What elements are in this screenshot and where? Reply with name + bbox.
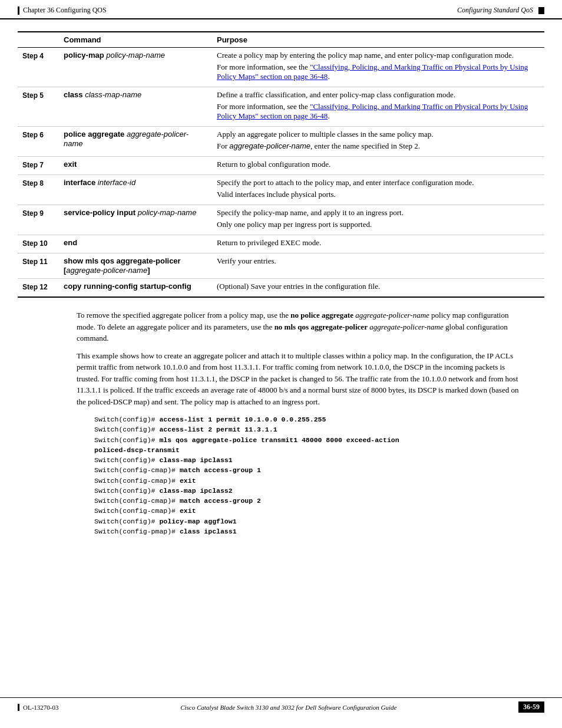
- code-block: Switch(config)# access-list 1 permit 10.…: [94, 414, 527, 536]
- code-line: Switch(config)# access-list 2 permit 11.…: [94, 426, 277, 433]
- purpose-cell: Define a traffic classification, and ent…: [212, 87, 544, 127]
- link[interactable]: "Classifying, Policing, and Marking Traf…: [217, 62, 528, 81]
- purpose-cell: Specify the policy-map name, and apply i…: [212, 205, 544, 235]
- purpose-line: Define a traffic classification, and ent…: [217, 90, 540, 100]
- footer-bar: [18, 704, 19, 711]
- purpose-line: Apply an aggregate policer to multiple c…: [217, 130, 540, 139]
- table-row: Step 11 show mls qos aggregate-policer[a…: [18, 253, 544, 279]
- table-row: Step 5 class class-map-name Define a tra…: [18, 87, 544, 127]
- purpose-line: For aggregate-policer-name, enter the na…: [217, 141, 540, 151]
- code-line: Switch(config-cmap)# match access-group …: [94, 497, 261, 505]
- purpose-line-link: For more information, see the "Classifyi…: [217, 102, 540, 121]
- step-label: Step 7: [18, 157, 59, 175]
- cmd-keyword: police aggregate: [64, 130, 127, 139]
- footer-title: Cisco Catalyst Blade Switch 3130 and 303…: [180, 704, 396, 711]
- cmd-keyword: exit: [64, 160, 77, 169]
- cmd-keyword: policy-map: [64, 51, 106, 60]
- purpose-line: Return to global configuration mode.: [217, 160, 540, 169]
- code-line: Switch(config-cmap)# exit: [94, 477, 196, 485]
- cmd-param: interface-id: [98, 178, 135, 187]
- purpose-line: Valid interfaces include physical ports.: [217, 190, 540, 199]
- cmd-keyword: copy running-config startup-config: [64, 282, 191, 291]
- cmd-keyword: end: [64, 238, 77, 247]
- table-row: Step 4 policy-map policy-map-name Create…: [18, 48, 544, 87]
- code-line: Switch(config)# access-list 1 permit 10.…: [94, 416, 326, 423]
- step-label: Step 5: [18, 87, 59, 127]
- step-label: Step 10: [18, 235, 59, 253]
- link[interactable]: "Classifying, Policing, and Marking Traf…: [217, 102, 528, 120]
- purpose-line: Verify your entries.: [217, 256, 540, 266]
- step-label: Step 8: [18, 175, 59, 205]
- purpose-line: (Optional) Save your entries in the conf…: [217, 282, 540, 291]
- table-row: Step 8 interface interface-id Specify th…: [18, 175, 544, 205]
- command-cell: interface interface-id: [59, 175, 212, 205]
- command-table: Command Purpose Step 4 policy-map policy…: [18, 31, 544, 298]
- footer-doc-number: OL-13270-03: [23, 704, 59, 711]
- cmd-param: policy-map-name: [106, 51, 165, 60]
- command-cell: end: [59, 235, 212, 253]
- page-header: Chapter 36 Configuring QOS Configuring S…: [0, 0, 562, 19]
- command-cell: exit: [59, 157, 212, 175]
- table-row: Step 10 end Return to privileged EXEC mo…: [18, 235, 544, 253]
- code-line: Switch(config-pmap)# class ipclass1: [94, 528, 237, 535]
- purpose-line: Only one policy map per ingress port is …: [217, 220, 540, 229]
- table-header-row: Command Purpose: [18, 32, 544, 48]
- purpose-cell: Apply an aggregate policer to multiple c…: [212, 127, 544, 157]
- code-line: Switch(config-cmap)# exit: [94, 507, 196, 515]
- step-label: Step 9: [18, 205, 59, 235]
- footer-center: Cisco Catalyst Blade Switch 3130 and 303…: [180, 704, 396, 711]
- footer-page-number: 36-59: [518, 701, 544, 713]
- command-cell: copy running-config startup-config: [59, 279, 212, 298]
- table-row-last: Step 12 copy running-config startup-conf…: [18, 279, 544, 298]
- col-command: Command: [59, 32, 212, 48]
- command-cell: class class-map-name: [59, 87, 212, 127]
- purpose-line-link: For more information, see the "Classifyi…: [217, 62, 540, 81]
- col-purpose: Purpose: [212, 32, 544, 48]
- cmd-keyword: class: [64, 90, 85, 99]
- code-line: Switch(config)# policy-map aggflow1: [94, 518, 237, 525]
- purpose-line: Specify the policy-map name, and apply i…: [217, 208, 540, 218]
- purpose-line: Create a policy map by entering the poli…: [217, 51, 540, 60]
- purpose-cell: (Optional) Save your entries in the conf…: [212, 279, 544, 298]
- table-row: Step 6 police aggregate aggregate-police…: [18, 127, 544, 157]
- command-cell: show mls qos aggregate-policer[aggregate…: [59, 253, 212, 279]
- header-right: Configuring Standard QoS: [457, 6, 544, 15]
- header-section: Configuring Standard QoS: [457, 6, 533, 14]
- command-cell: policy-map policy-map-name: [59, 48, 212, 87]
- code-line: Switch(config)# class-map ipclass2: [94, 487, 233, 495]
- purpose-line: Return to privileged EXEC mode.: [217, 238, 540, 248]
- purpose-cell: Verify your entries.: [212, 253, 544, 279]
- code-line: Switch(config)# class-map ipclass1: [94, 456, 233, 464]
- header-left: Chapter 36 Configuring QOS: [18, 6, 107, 15]
- step-label: Step 4: [18, 48, 59, 87]
- command-cell: service-policy input policy-map-name: [59, 205, 212, 235]
- page-footer: OL-13270-03 Cisco Catalyst Blade Switch …: [0, 697, 562, 716]
- body-text-section: To remove the specified aggregate police…: [77, 309, 527, 407]
- purpose-cell: Create a policy map by entering the poli…: [212, 48, 544, 87]
- purpose-cell: Return to global configuration mode.: [212, 157, 544, 175]
- step-label: Step 6: [18, 127, 59, 157]
- header-chapter: Chapter 36 Configuring QOS: [23, 6, 107, 15]
- code-line: Switch(config-cmap)# match access-group …: [94, 466, 261, 474]
- cmd-param: class-map-name: [85, 90, 141, 99]
- col-step: [18, 32, 59, 48]
- purpose-line: Specify the port to attach to the policy…: [217, 178, 540, 187]
- code-line: Switch(config)# mls qos aggregate-police…: [94, 436, 399, 444]
- cmd-param: aggregate-policer-name: [66, 266, 147, 275]
- code-line: policed-dscp-transmit: [94, 446, 180, 454]
- footer-left: OL-13270-03: [18, 704, 59, 711]
- cmd-keyword: service-policy input: [64, 208, 138, 217]
- step-label: Step 12: [18, 279, 59, 298]
- step-label: Step 11: [18, 253, 59, 279]
- main-content: Command Purpose Step 4 policy-map policy…: [0, 19, 562, 554]
- header-bar: [18, 6, 19, 15]
- cmd-param-inline: aggregate-policer-name: [229, 141, 310, 150]
- body-para-1: To remove the specified aggregate police…: [77, 309, 527, 344]
- cmd-keyword2: ]: [147, 266, 150, 275]
- command-cell: police aggregate aggregate-policer-name: [59, 127, 212, 157]
- body-para-2: This example shows how to create an aggr…: [77, 350, 527, 408]
- purpose-cell: Specify the port to attach to the policy…: [212, 175, 544, 205]
- cmd-keyword: interface: [64, 178, 98, 187]
- header-black-bar: [538, 7, 544, 14]
- table-row: Step 7 exit Return to global configurati…: [18, 157, 544, 175]
